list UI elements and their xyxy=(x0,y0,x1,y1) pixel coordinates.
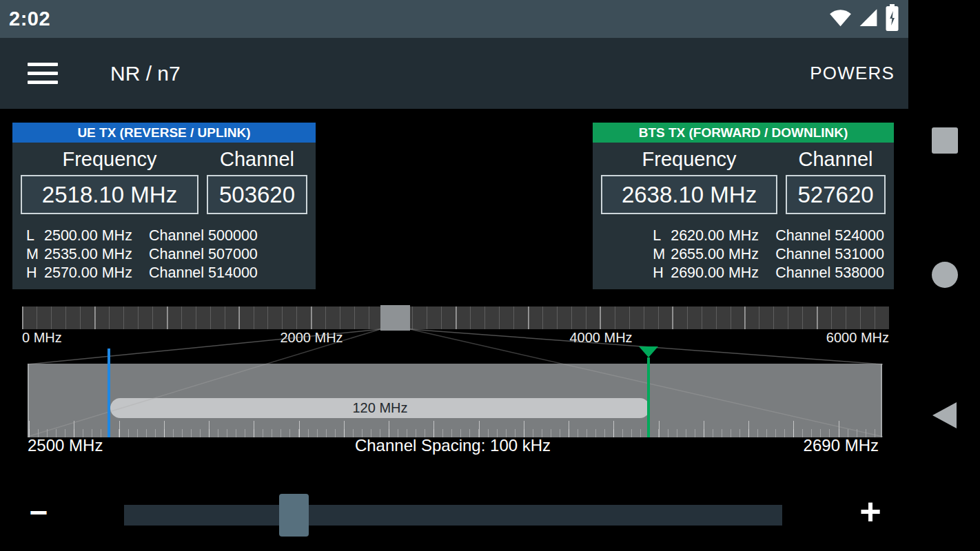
menu-button[interactable] xyxy=(28,63,58,84)
uplink-panel: UE TX (REVERSE / UPLINK) Frequency Chann… xyxy=(12,123,316,289)
recents-icon[interactable] xyxy=(932,127,958,154)
uplink-frequency-marker[interactable] xyxy=(108,349,110,437)
downlink-channel-input[interactable]: 527620 xyxy=(786,175,886,214)
ruler-label-0: 0 MHz xyxy=(22,330,62,346)
downlink-channel-label: Channel xyxy=(786,148,886,171)
uplink-panel-header: UE TX (REVERSE / UPLINK) xyxy=(12,123,316,143)
powers-button[interactable]: POWERS xyxy=(810,63,895,84)
page-title: NR / n7 xyxy=(110,62,181,85)
uplink-frequency-label: Frequency xyxy=(21,148,198,171)
cellular-signal-icon xyxy=(859,8,878,30)
downlink-frequency-marker[interactable] xyxy=(647,357,650,437)
back-icon[interactable] xyxy=(932,402,957,428)
downlink-frequency-label: Frequency xyxy=(601,148,777,171)
app-bar: NR / n7 POWERS xyxy=(0,38,908,109)
home-icon[interactable] xyxy=(932,262,958,288)
downlink-panel-header: BTS TX (FORWARD / DOWNLINK) xyxy=(593,123,894,143)
zoom-in-button[interactable]: + xyxy=(850,489,890,533)
channel-spacing-label: Channel Spacing: 100 kHz xyxy=(355,436,551,455)
ruler-label-6000: 6000 MHz xyxy=(826,330,889,346)
status-icons xyxy=(829,4,899,34)
band-start-label: 2500 MHz xyxy=(28,436,103,455)
uplink-band-edge-list: L 2500.00 MHz Channel 500000 M 2535.00 M… xyxy=(12,227,316,282)
status-bar: 2:02 xyxy=(0,0,908,38)
uplink-channel-label: Channel xyxy=(207,148,307,171)
uplink-row-high[interactable]: H 2570.00 MHz Channel 514000 xyxy=(12,264,316,282)
battery-charging-icon xyxy=(885,4,899,34)
downlink-row-low[interactable]: L 2620.00 MHz Channel 524000 xyxy=(593,227,894,245)
overview-viewport-highlight[interactable] xyxy=(380,305,410,331)
uplink-frequency-input[interactable]: 2518.10 MHz xyxy=(21,175,198,214)
downlink-band-edge-list: L 2620.00 MHz Channel 524000 M 2655.00 M… xyxy=(593,227,894,282)
downlink-marker-handle-icon[interactable] xyxy=(639,346,658,357)
downlink-panel: BTS TX (FORWARD / DOWNLINK) Frequency Ch… xyxy=(593,123,894,289)
uplink-row-low[interactable]: L 2500.00 MHz Channel 500000 xyxy=(12,227,316,245)
ruler-label-2000: 2000 MHz xyxy=(280,330,343,346)
spectrum-overview-ruler[interactable] xyxy=(22,306,889,329)
ruler-label-4000: 4000 MHz xyxy=(569,330,632,346)
zoom-out-button[interactable]: − xyxy=(19,492,58,533)
clock: 2:02 xyxy=(9,8,50,30)
bandwidth-pill[interactable]: 120 MHz xyxy=(110,398,650,418)
band-detail-view[interactable]: 120 MHz xyxy=(28,364,882,437)
downlink-row-mid[interactable]: M 2655.00 MHz Channel 531000 xyxy=(593,245,894,264)
band-end-label: 2690 MHz xyxy=(804,436,879,455)
downlink-row-high[interactable]: H 2690.00 MHz Channel 538000 xyxy=(593,264,894,282)
downlink-frequency-input[interactable]: 2638.10 MHz xyxy=(601,175,777,214)
wifi-icon xyxy=(829,8,852,30)
uplink-channel-input[interactable]: 503620 xyxy=(207,175,307,214)
zoom-slider-thumb[interactable] xyxy=(279,494,309,537)
screen: 2:02 NR / n7 POWERS xyxy=(0,0,980,551)
zoom-slider-track[interactable] xyxy=(124,505,782,526)
hamburger-icon xyxy=(28,63,58,66)
uplink-row-mid[interactable]: M 2535.00 MHz Channel 507000 xyxy=(12,245,316,264)
